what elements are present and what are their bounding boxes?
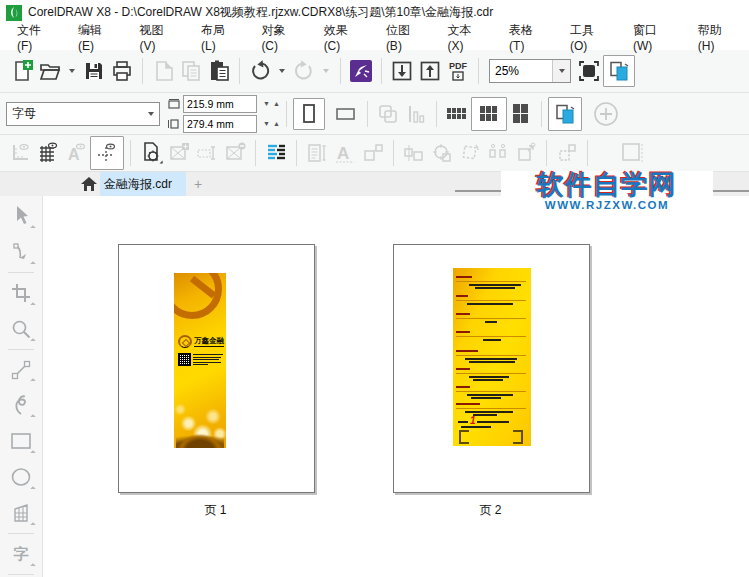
- page-1[interactable]: 万鑫金融: [118, 244, 315, 493]
- app-launcher-button[interactable]: [347, 56, 375, 86]
- placeholder-text-button[interactable]: [262, 138, 290, 168]
- page-height-spinner[interactable]: ▼▲: [263, 120, 280, 127]
- freehand-tool[interactable]: [4, 352, 38, 388]
- open-dropdown-arrow[interactable]: [64, 56, 80, 86]
- page-size-dropdown-button[interactable]: [142, 103, 159, 125]
- scale-object-button[interactable]: [512, 138, 540, 168]
- page-width-spinner[interactable]: ▼▲: [263, 100, 280, 107]
- artistic-media-tool[interactable]: [4, 387, 38, 423]
- portrait-button[interactable]: [293, 98, 325, 130]
- show-alignment-guides-button[interactable]: A: [62, 138, 90, 168]
- multipage-view-toggle[interactable]: [548, 97, 582, 131]
- page-size-combobox[interactable]: 字母: [6, 102, 160, 126]
- page-width-field[interactable]: [183, 95, 257, 113]
- paste-button[interactable]: [205, 56, 233, 86]
- page-settings-button[interactable]: [137, 138, 165, 168]
- watermark-line-left: [455, 190, 502, 192]
- print-button[interactable]: [108, 56, 136, 86]
- all-pages-size-button[interactable]: [374, 99, 402, 129]
- document-tab-active[interactable]: 金融海报.cdr: [100, 172, 186, 196]
- toolbar-separator: [255, 140, 256, 166]
- landscape-button[interactable]: [331, 99, 361, 129]
- small-thumbnails-button[interactable]: [443, 99, 471, 129]
- undo-button[interactable]: [246, 56, 274, 86]
- poster2-line: [483, 339, 501, 341]
- save-button[interactable]: [80, 56, 108, 86]
- menu-tools[interactable]: 工具(O): [559, 18, 622, 57]
- multipage-view-button[interactable]: [603, 55, 635, 87]
- page-2[interactable]: 1: [393, 244, 590, 493]
- rectangle-tool[interactable]: [4, 423, 38, 459]
- zoom-level-combobox[interactable]: [489, 59, 571, 83]
- menu-text[interactable]: 文本(X): [436, 18, 498, 57]
- current-page-size-button[interactable]: [402, 99, 430, 129]
- show-rulers-button[interactable]: [6, 138, 34, 168]
- poster-1-artwork: 万鑫金融: [174, 273, 226, 448]
- large-thumbnails-button[interactable]: [507, 99, 535, 129]
- position-object-button[interactable]: [428, 138, 456, 168]
- menu-bitmaps[interactable]: 位图(B): [375, 18, 437, 57]
- toolbar-separator: [546, 140, 547, 166]
- undo-dropdown-arrow[interactable]: [274, 56, 290, 86]
- menu-view[interactable]: 视图(V): [129, 18, 191, 57]
- drawing-canvas[interactable]: 万鑫金融 页 1: [43, 196, 749, 577]
- bounding-box-button[interactable]: [618, 138, 646, 168]
- rotate-object-button[interactable]: [456, 138, 484, 168]
- remove-placeholder-button[interactable]: [221, 138, 249, 168]
- import-button[interactable]: [388, 56, 416, 86]
- menu-help[interactable]: 帮助(H): [687, 18, 749, 57]
- page-height-input[interactable]: [184, 118, 256, 130]
- insert-text-field-button[interactable]: [193, 138, 221, 168]
- menu-layout[interactable]: 布局(L): [190, 18, 250, 57]
- property-bar: 字母 ▼▲ ▼▲: [0, 93, 749, 135]
- page-height-field[interactable]: [183, 115, 257, 133]
- poster1-brand-row: 万鑫金融: [178, 335, 224, 348]
- zoom-tool[interactable]: [4, 311, 38, 347]
- edit-anchor-button[interactable]: [553, 138, 581, 168]
- toolbar-separator: [130, 140, 131, 166]
- menu-edit[interactable]: 编辑(E): [67, 18, 129, 57]
- shape-tool[interactable]: [4, 234, 38, 270]
- edit-text-button[interactable]: A: [331, 138, 359, 168]
- add-placeholder-button[interactable]: [165, 138, 193, 168]
- zoom-level-input[interactable]: [490, 64, 552, 78]
- copy-button[interactable]: [177, 56, 205, 86]
- align-objects-button[interactable]: [400, 138, 428, 168]
- cut-button[interactable]: [149, 56, 177, 86]
- home-tab-button[interactable]: [78, 172, 100, 196]
- resize-object-button[interactable]: [359, 138, 387, 168]
- full-screen-preview-button[interactable]: [575, 56, 603, 86]
- menu-object[interactable]: 对象(C): [250, 18, 312, 57]
- redo-button[interactable]: [290, 56, 318, 86]
- page-width-input[interactable]: [184, 98, 256, 110]
- ellipse-tool[interactable]: [4, 459, 38, 495]
- redo-dropdown-arrow[interactable]: [318, 56, 334, 86]
- menu-file[interactable]: 文件(F): [6, 18, 67, 57]
- new-tab-button[interactable]: +: [186, 172, 210, 196]
- text-tool[interactable]: 字: [4, 536, 38, 572]
- pick-tool[interactable]: [4, 198, 38, 234]
- add-page-button[interactable]: [592, 99, 620, 129]
- crop-tool[interactable]: [4, 275, 38, 311]
- open-button[interactable]: [36, 56, 64, 86]
- export-button[interactable]: [416, 56, 444, 86]
- zoom-dropdown-button[interactable]: [552, 60, 570, 82]
- watermark-title: 软件自学网: [505, 171, 709, 199]
- menu-window[interactable]: 窗口(W): [622, 18, 687, 57]
- document-text-button[interactable]: [303, 138, 331, 168]
- toolbox-separator: [8, 533, 34, 534]
- polygon-table-tool[interactable]: [4, 495, 38, 531]
- toolbar-separator: [239, 58, 240, 84]
- distribute-objects-button[interactable]: [484, 138, 512, 168]
- show-guidelines-button[interactable]: [90, 136, 124, 170]
- menu-table[interactable]: 表格(T): [498, 18, 559, 57]
- toolbox-separator: [8, 574, 34, 575]
- medium-thumbnails-button[interactable]: [471, 97, 507, 131]
- poster2-line: [469, 361, 515, 363]
- menu-effects[interactable]: 效果(C): [313, 18, 375, 57]
- poster2-line: [469, 284, 521, 286]
- poster2-rule: [456, 318, 526, 319]
- show-grid-button[interactable]: [34, 138, 62, 168]
- publish-pdf-button[interactable]: PDF: [444, 56, 472, 86]
- new-document-button[interactable]: [8, 56, 36, 86]
